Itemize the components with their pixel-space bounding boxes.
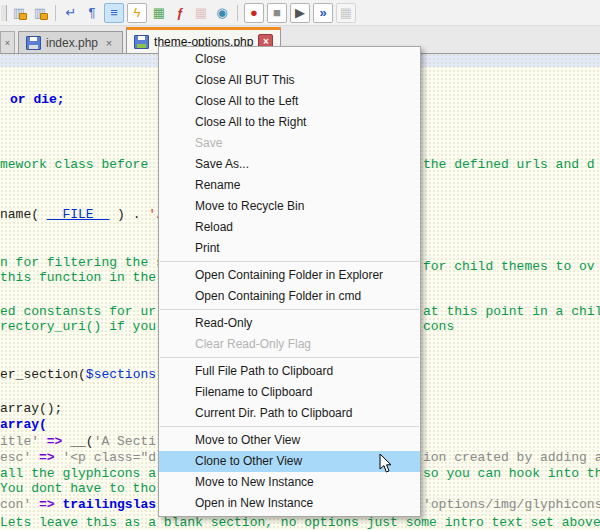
menu-item[interactable]: Open Containing Folder in cmd xyxy=(159,286,420,307)
word-wrap-icon[interactable]: ↵ xyxy=(62,4,80,22)
menu-separator xyxy=(160,309,419,310)
tab-close-icon[interactable]: × xyxy=(103,37,115,49)
code-line: the defined urls and d xyxy=(423,158,595,172)
function-list-icon[interactable]: ƒ xyxy=(171,4,189,22)
lock-badge xyxy=(40,13,48,20)
indent-guide-icon-glyph: ≡ xyxy=(110,6,118,19)
menu-item[interactable]: Clone to Other View xyxy=(159,451,420,472)
monitoring-eye-icon-glyph: ◉ xyxy=(216,6,227,19)
code-line: ed constansts for ur xyxy=(0,305,156,319)
menu-item[interactable]: Close All to the Left xyxy=(159,91,420,112)
saved-file-icon xyxy=(26,36,41,50)
menu-item[interactable]: Move to Recycle Bin xyxy=(159,196,420,217)
macro-save-icon-glyph: ▦ xyxy=(340,6,352,19)
tab-label: index.php xyxy=(46,36,98,50)
monitoring-eye-icon[interactable]: ◉ xyxy=(213,4,231,22)
menu-item: Save xyxy=(159,133,420,154)
menu-item[interactable]: Open in New Instance xyxy=(159,493,420,514)
word-wrap-icon-glyph: ↵ xyxy=(66,6,77,19)
partial-tab-close-icon[interactable]: × xyxy=(0,31,15,53)
menu-item[interactable]: Print xyxy=(159,238,420,259)
code-line: con' => trailingslas xyxy=(0,498,156,512)
macro-run-multiple-icon[interactable]: » xyxy=(313,3,333,23)
menu-item[interactable]: Filename to Clipboard xyxy=(159,382,420,403)
menu-item[interactable]: Open Containing Folder in Explorer xyxy=(159,265,420,286)
menu-item[interactable]: Read-Only xyxy=(159,313,420,334)
macro-play-icon[interactable]: ▶ xyxy=(290,3,310,23)
context-menu: CloseClose All BUT ThisClose All to the … xyxy=(158,46,421,517)
code-line: 'options/img/glyphicons, xyxy=(423,498,600,512)
toolbar: ▥▥↵¶≡ϟ▦ƒ▦◉●■▶»▦ xyxy=(0,0,600,26)
indent-guide-icon[interactable]: ≡ xyxy=(104,3,124,23)
macro-record-icon-glyph: ● xyxy=(250,6,258,19)
partial-toolbar-icon xyxy=(1,5,7,21)
menu-item[interactable]: Close All BUT This xyxy=(159,70,420,91)
code-line: rectory_uri() if you xyxy=(0,320,156,334)
code-line: array( xyxy=(0,418,47,432)
sync-vertical-scroll-icon[interactable]: ▥ xyxy=(10,4,28,22)
macro-run-multiple-icon-glyph: » xyxy=(319,6,326,19)
code-line: esc' => '<p class="d xyxy=(0,451,156,465)
function-list-icon-glyph: ƒ xyxy=(176,6,183,19)
sync-horizontal-scroll-icon[interactable]: ▥ xyxy=(31,4,49,22)
menu-item[interactable]: Current Dir. Path to Clipboard xyxy=(159,403,420,424)
macro-stop-icon-glyph: ■ xyxy=(273,6,281,19)
code-line: array(); xyxy=(0,402,62,416)
doc-switcher-icon: ▦ xyxy=(192,4,210,22)
document-map-icon[interactable]: ▦ xyxy=(150,4,168,22)
tab-index.php[interactable]: index.php× xyxy=(18,31,123,53)
saved-file-icon xyxy=(134,35,149,49)
lock-badge xyxy=(19,13,27,20)
notepadpp-window: ▥▥↵¶≡ϟ▦ƒ▦◉●■▶»▦ × index.php×theme-option… xyxy=(0,0,600,530)
code-line: n for filtering the s xyxy=(0,256,164,270)
code-line: all the glyphicons a xyxy=(0,467,156,481)
toolbar-separator xyxy=(237,5,238,21)
code-line: mework class before xyxy=(0,158,148,172)
menu-item[interactable]: Move to New Instance xyxy=(159,472,420,493)
macro-save-icon: ▦ xyxy=(336,3,356,23)
menu-item[interactable]: Move to Other View xyxy=(159,430,420,451)
menu-separator xyxy=(160,261,419,262)
macro-record-icon[interactable]: ● xyxy=(244,3,264,23)
macro-stop-icon[interactable]: ■ xyxy=(267,3,287,23)
code-line: itle' => __('A Secti xyxy=(0,435,156,449)
code-line: at this point in a child xyxy=(423,305,600,319)
code-line: Lets leave this as a blank section, no o… xyxy=(0,516,600,530)
code-line: cons xyxy=(423,320,454,334)
menu-item: Clear Read-Only Flag xyxy=(159,334,420,355)
document-map-icon-glyph: ▦ xyxy=(153,6,165,19)
toolbar-separator xyxy=(55,5,56,21)
code-line: so you can hook into th xyxy=(423,467,600,481)
menu-item[interactable]: Reload xyxy=(159,217,420,238)
menu-item[interactable]: Save As... xyxy=(159,154,420,175)
menu-separator xyxy=(160,426,419,427)
show-all-characters-icon-glyph: ¶ xyxy=(89,6,96,19)
code-line: You dont have to tho xyxy=(0,482,156,496)
menu-item[interactable]: Close All to the Right xyxy=(159,112,420,133)
menu-item[interactable]: Full File Path to Clipboard xyxy=(159,361,420,382)
menu-item[interactable]: Close xyxy=(159,49,420,70)
menu-item[interactable]: Rename xyxy=(159,175,420,196)
code-line: er_section($sections xyxy=(0,368,156,382)
code-line: for child themes to ov xyxy=(423,260,595,274)
code-line: this function in the xyxy=(0,271,156,285)
show-all-characters-icon[interactable]: ¶ xyxy=(83,4,101,22)
code-line: name( __FILE__ ) . '/ xyxy=(0,208,164,222)
doc-switcher-icon-glyph: ▦ xyxy=(195,6,207,19)
menu-separator xyxy=(160,357,419,358)
code-line: ion created by adding a xyxy=(423,451,600,465)
lightning-icon[interactable]: ϟ xyxy=(127,3,147,23)
lightning-icon-glyph: ϟ xyxy=(134,6,141,19)
code-line: or die; xyxy=(10,93,65,107)
macro-play-icon-glyph: ▶ xyxy=(295,6,305,19)
